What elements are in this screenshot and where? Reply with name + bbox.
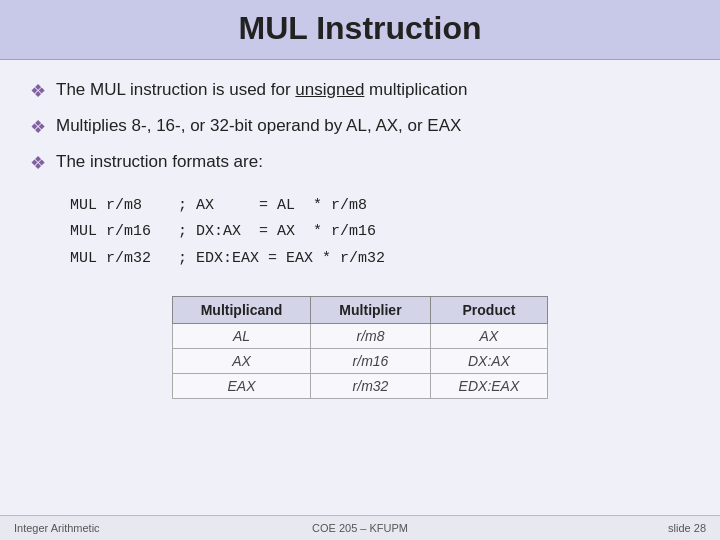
cell-mul-ax: AX [172,349,311,374]
cell-mul-rm16: r/m16 [311,349,430,374]
footer: Integer Arithmetic COE 205 – KFUPM slide… [0,515,720,540]
title-bar: MUL Instruction [0,0,720,60]
code-line-3: MUL r/m32 ; EDX:EAX = EAX * r/m32 [70,248,690,271]
bullet-2: ❖ Multiplies 8-, 16-, or 32-bit operand … [30,114,690,140]
slide: MUL Instruction ❖ The MUL instruction is… [0,0,720,540]
bullet-3-text: The instruction formats are: [56,150,263,174]
table-container: Multiplicand Multiplier Product AL r/m8 … [30,296,690,399]
content-area: ❖ The MUL instruction is used for unsign… [0,60,720,515]
col-header-multiplicand: Multiplicand [172,297,311,324]
cell-mul-eax: EAX [172,374,311,399]
slide-title: MUL Instruction [239,10,482,46]
code-line-2: MUL r/m16 ; DX:AX = AX * r/m16 [70,221,690,244]
table-row: AX r/m16 DX:AX [172,349,548,374]
cell-mul-dxax: DX:AX [430,349,548,374]
diamond-icon-2: ❖ [30,115,46,140]
cell-mul-rm8: r/m8 [311,324,430,349]
cell-mul-edxeax: EDX:EAX [430,374,548,399]
diamond-icon-1: ❖ [30,79,46,104]
col-header-multiplier: Multiplier [311,297,430,324]
code-section: MUL r/m8 ; AX = AL * r/m8 MUL r/m16 ; DX… [30,195,690,275]
bullet-1: ❖ The MUL instruction is used for unsign… [30,78,690,104]
table-row: EAX r/m32 EDX:EAX [172,374,548,399]
table-row: AL r/m8 AX [172,324,548,349]
cell-mul-ax: AX [430,324,548,349]
diamond-icon-3: ❖ [30,151,46,176]
code-line-1: MUL r/m8 ; AX = AL * r/m8 [70,195,690,218]
bullet-2-text: Multiplies 8-, 16-, or 32-bit operand by… [56,114,461,138]
footer-left: Integer Arithmetic [14,522,245,534]
footer-center: COE 205 – KFUPM [245,522,476,534]
bullet-3: ❖ The instruction formats are: [30,150,690,176]
footer-right: slide 28 [475,522,706,534]
underline-unsigned: unsigned [295,80,364,99]
col-header-product: Product [430,297,548,324]
cell-mul-al: AL [172,324,311,349]
table-header-row: Multiplicand Multiplier Product [172,297,548,324]
cell-mul-rm32: r/m32 [311,374,430,399]
mul-table: Multiplicand Multiplier Product AL r/m8 … [172,296,549,399]
bullet-1-text: The MUL instruction is used for unsigned… [56,78,467,102]
